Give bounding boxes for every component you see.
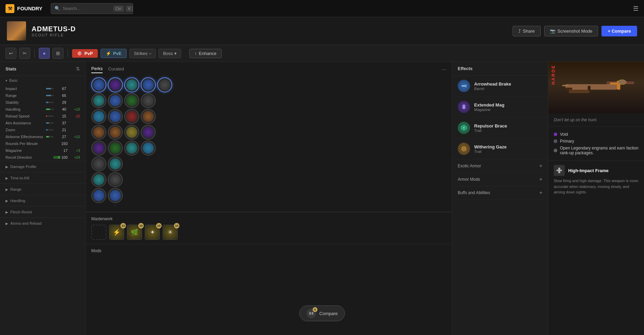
boss-label: Boss xyxy=(163,51,173,56)
perk-icon-4-4[interactable] xyxy=(141,125,156,140)
attr-void-label: Void xyxy=(560,132,568,137)
pvp-button[interactable]: 🎯 PvP xyxy=(72,49,98,58)
perk-icon-1-8[interactable] xyxy=(91,188,106,203)
search-bar[interactable]: 🔍 Ctrl K xyxy=(51,3,133,14)
strikes-label: Strikes xyxy=(134,51,148,56)
masterwork-slot-3[interactable]: ✦ 10 xyxy=(145,225,160,240)
effect-item-barrel[interactable]: Arrowhead Brake Barrel xyxy=(452,76,548,97)
buffs-section[interactable]: Buffs and Abilities + xyxy=(452,186,548,200)
tab-curated[interactable]: Curated xyxy=(108,66,124,73)
perk-icon-1-2[interactable] xyxy=(91,93,106,108)
armor-mods-section[interactable]: Armor Mods + xyxy=(452,173,548,186)
perk-icon-2-6[interactable] xyxy=(108,156,123,171)
compare-float-button[interactable]: 4 Compare xyxy=(299,305,345,321)
handling-section-label: Handling xyxy=(10,199,25,203)
perk-icon-1-1[interactable] xyxy=(91,77,106,92)
weapon-preview: HAROE xyxy=(548,62,644,113)
stats-section-flinch[interactable]: ▶ Flinch Resist xyxy=(0,206,85,217)
perk-column-4: − xyxy=(141,77,156,208)
stats-section-damage-profile[interactable]: ▶ Damage Profile xyxy=(0,161,85,172)
perk-icon-2-8[interactable] xyxy=(108,188,123,203)
search-input[interactable] xyxy=(63,6,111,11)
stat-flat-rpm: Rounds Per Minute 150 xyxy=(0,140,85,147)
menu-icon[interactable]: ☰ xyxy=(633,5,639,12)
perk-icon-3-1[interactable] xyxy=(124,77,139,92)
boss-filter[interactable]: Boss ▾ xyxy=(159,49,181,58)
perk-icon-2-4[interactable] xyxy=(108,125,123,140)
perks-section: Perks Curated ··· xyxy=(86,62,452,212)
perk-icon-2-1[interactable] xyxy=(108,77,123,92)
stat-value-range: 65 xyxy=(57,93,66,98)
perk-icon-2-5[interactable] xyxy=(108,141,123,156)
undo-button[interactable]: ↩ xyxy=(5,48,16,59)
stat-name-zoom: Zoom xyxy=(5,128,43,132)
stats-sort-button[interactable]: ⇅ xyxy=(76,66,80,71)
perk-icon-4-3[interactable] xyxy=(141,109,156,124)
stat-bar-fill-zoom xyxy=(46,129,48,131)
view-toggle-1[interactable]: ● xyxy=(39,48,50,59)
perk-icon-1-6[interactable] xyxy=(91,156,106,171)
weapon-info: ADMETUS-D SCOUT RIFLE xyxy=(32,25,507,37)
perk-icon-2-7[interactable] xyxy=(108,172,123,187)
stat-bar-fill-range xyxy=(46,95,51,96)
svg-point-5 xyxy=(463,127,465,129)
strikes-filter[interactable]: Strikes – xyxy=(129,49,156,58)
stats-group-basic[interactable]: ▾ Basic xyxy=(0,76,85,85)
effect-item-trait2[interactable]: Withering Gaze Trait xyxy=(452,138,548,159)
cut-button[interactable]: ✂ xyxy=(19,48,30,59)
perk-icon-4-2[interactable] xyxy=(141,93,156,108)
stats-section-ammo[interactable]: ▶ Ammo and Reload xyxy=(0,217,85,229)
perk-icon-2-3[interactable] xyxy=(108,109,123,124)
perk-icon-3-4[interactable] xyxy=(124,125,139,140)
enhance-button[interactable]: ↑ Enhance xyxy=(189,49,222,58)
tab-perks[interactable]: Perks xyxy=(91,66,103,73)
perk-icon-2-2[interactable] xyxy=(108,93,123,108)
perk-icon-3-2[interactable] xyxy=(124,93,139,108)
app-logo[interactable]: ⚒ FOUNDRY xyxy=(5,4,43,13)
perk-icon-1-5[interactable] xyxy=(91,141,106,156)
effect-name-trait1: Repulsor Brace xyxy=(474,123,507,129)
share-button[interactable]: ⤴ Share xyxy=(513,26,541,36)
stat-modifier-handling: +10 xyxy=(69,108,80,111)
screenshot-button[interactable]: 📷 Screenshot Mode xyxy=(544,26,598,36)
masterwork-slot-1[interactable]: ⚡ 10 xyxy=(109,225,124,240)
exotic-armor-section[interactable]: Exotic Armor + xyxy=(452,159,548,173)
perk-icon-4-5[interactable] xyxy=(141,141,156,156)
effect-item-trait1[interactable]: Repulsor Brace Trait xyxy=(452,118,548,138)
perk-icon-1-4[interactable] xyxy=(91,125,106,140)
masterwork-title: Masterwork xyxy=(91,216,446,221)
weapon-preview-image xyxy=(562,74,631,101)
stat-value-reload: 15 xyxy=(57,114,66,118)
stat-bar-stability xyxy=(46,102,54,103)
stats-section-ttk[interactable]: ▶ Time-to-Kill xyxy=(0,172,85,183)
pve-button[interactable]: ⚡ PvE xyxy=(101,49,127,58)
perks-options-button[interactable]: ··· xyxy=(442,67,446,73)
perk-icon-4-1[interactable] xyxy=(141,77,156,92)
masterwork-slot-4[interactable]: ☀ 10 xyxy=(163,225,178,240)
chevron-right-icon-handling: ▶ xyxy=(5,199,8,203)
svg-point-14 xyxy=(618,80,626,85)
exotic-armor-label: Exotic Armor xyxy=(458,164,481,168)
stat-row-impact: Impact 67 xyxy=(0,85,85,92)
masterwork-slot-empty[interactable] xyxy=(91,225,106,240)
recoil-bar xyxy=(53,156,60,159)
stat-row-stability: Stability 29 xyxy=(0,99,85,106)
intrinsic-name: High-Impact Frame xyxy=(568,168,609,173)
compare-button[interactable]: + Compare xyxy=(601,26,637,36)
perk-icon-1-3[interactable] xyxy=(91,109,106,124)
weapon-header: ADMETUS-D SCOUT RIFLE ⤴ Share 📷 Screensh… xyxy=(0,17,644,45)
buffs-label: Buffs and Abilities xyxy=(458,190,490,195)
stats-section-range[interactable]: ▶ Range xyxy=(0,183,85,195)
perk-icon-3-3[interactable] xyxy=(124,109,139,124)
masterwork-slot-2[interactable]: 🌿 10 xyxy=(127,225,142,240)
mods-title: Mods xyxy=(91,248,446,253)
perk-icon-5-1[interactable] xyxy=(157,77,172,92)
effect-type-trait1: Trait xyxy=(474,129,507,133)
perk-icon-1-7[interactable] xyxy=(91,172,106,187)
masterwork-icons: ⚡ 10 🌿 10 ✦ 10 ☀ 10 xyxy=(91,225,446,240)
effect-item-magazine[interactable]: Extended Mag Magazine xyxy=(452,97,548,118)
stat-bar-fill-airborne xyxy=(46,136,49,137)
perk-icon-3-5[interactable] xyxy=(124,141,139,156)
stats-section-handling[interactable]: ▶ Handling xyxy=(0,195,85,206)
view-toggle-2[interactable]: ⊞ xyxy=(52,48,63,59)
